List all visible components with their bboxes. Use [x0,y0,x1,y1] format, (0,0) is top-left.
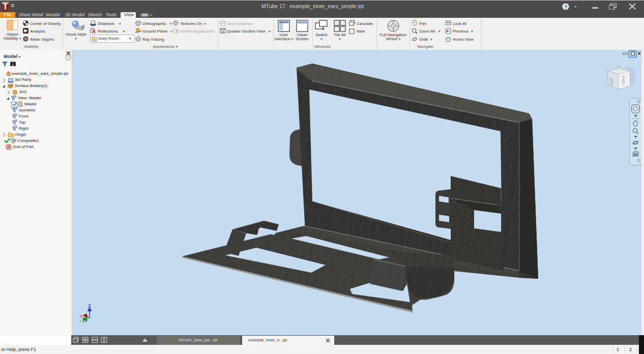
svg-text:Z: Z [88,303,91,308]
svg-text:?: ? [67,55,70,60]
svg-text:Y: Y [79,318,82,323]
svg-text:?: ? [564,4,568,10]
